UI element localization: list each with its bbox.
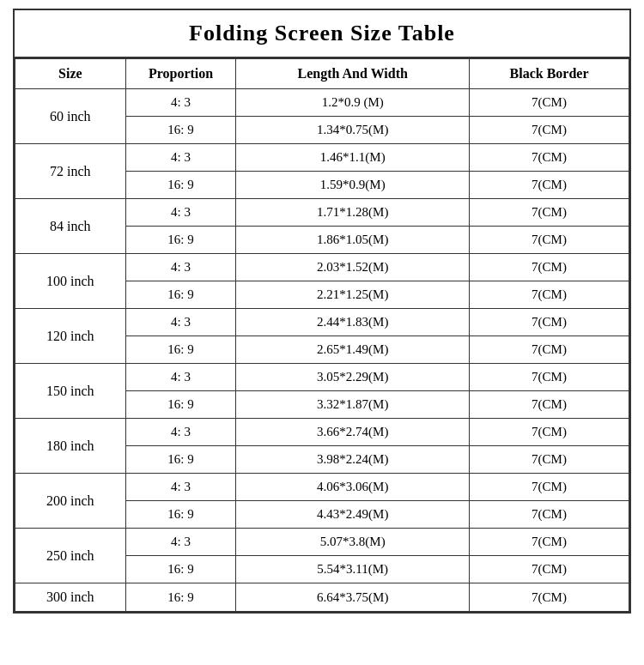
- proportion-cell: 4: 3: [125, 364, 236, 391]
- black-border-cell: 7(CM): [470, 529, 629, 556]
- table-title: Folding Screen Size Table: [15, 10, 629, 58]
- length-width-cell: 5.54*3.11(M): [236, 556, 470, 583]
- black-border-cell: 7(CM): [470, 227, 629, 254]
- proportion-cell: 16: 9: [125, 556, 236, 583]
- proportion-cell: 16: 9: [125, 281, 236, 309]
- black-border-cell: 7(CM): [470, 144, 629, 172]
- size-cell: 250 inch: [15, 529, 126, 583]
- table-row: 250 inch4: 35.07*3.8(M)7(CM): [15, 529, 629, 556]
- black-border-cell: 7(CM): [470, 501, 629, 529]
- length-width-cell: 4.43*2.49(M): [236, 501, 470, 529]
- black-border-cell: 7(CM): [470, 446, 629, 474]
- header-size: Size: [15, 59, 126, 89]
- black-border-cell: 7(CM): [470, 336, 629, 364]
- size-cell: 60 inch: [15, 89, 126, 144]
- header-length-width: Length And Width: [236, 59, 470, 89]
- table-row: 300 inch16: 96.64*3.75(M)7(CM): [15, 583, 629, 612]
- length-width-cell: 3.66*2.74(M): [236, 419, 470, 446]
- black-border-cell: 7(CM): [470, 172, 629, 199]
- proportion-cell: 4: 3: [125, 254, 236, 281]
- black-border-cell: 7(CM): [470, 89, 629, 117]
- table-row: 60 inch4: 31.2*0.9 (M)7(CM): [15, 89, 629, 117]
- black-border-cell: 7(CM): [470, 254, 629, 281]
- black-border-cell: 7(CM): [470, 199, 629, 227]
- length-width-cell: 2.65*1.49(M): [236, 336, 470, 364]
- proportion-cell: 16: 9: [125, 391, 236, 419]
- length-width-cell: 1.71*1.28(M): [236, 199, 470, 227]
- length-width-cell: 1.34*0.75(M): [236, 117, 470, 144]
- header-black-border: Black Border: [470, 59, 629, 89]
- black-border-cell: 7(CM): [470, 364, 629, 391]
- size-cell: 180 inch: [15, 419, 126, 474]
- header-proportion: Proportion: [125, 59, 236, 89]
- proportion-cell: 4: 3: [125, 89, 236, 117]
- length-width-cell: 2.44*1.83(M): [236, 309, 470, 336]
- table-row: 150 inch4: 33.05*2.29(M)7(CM): [15, 364, 629, 391]
- length-width-cell: 1.86*1.05(M): [236, 227, 470, 254]
- table-row: 84 inch4: 31.71*1.28(M)7(CM): [15, 199, 629, 227]
- proportion-cell: 16: 9: [125, 172, 236, 199]
- length-width-cell: 3.98*2.24(M): [236, 446, 470, 474]
- black-border-cell: 7(CM): [470, 583, 629, 612]
- proportion-cell: 4: 3: [125, 199, 236, 227]
- black-border-cell: 7(CM): [470, 556, 629, 583]
- proportion-cell: 4: 3: [125, 474, 236, 501]
- length-width-cell: 4.06*3.06(M): [236, 474, 470, 501]
- proportion-cell: 4: 3: [125, 144, 236, 172]
- proportion-cell: 16: 9: [125, 227, 236, 254]
- size-cell: 150 inch: [15, 364, 126, 419]
- black-border-cell: 7(CM): [470, 117, 629, 144]
- size-cell: 84 inch: [15, 199, 126, 254]
- black-border-cell: 7(CM): [470, 391, 629, 419]
- proportion-cell: 16: 9: [125, 117, 236, 144]
- table-body: 60 inch4: 31.2*0.9 (M)7(CM)16: 91.34*0.7…: [15, 89, 629, 612]
- length-width-cell: 1.2*0.9 (M): [236, 89, 470, 117]
- table-container: Folding Screen Size Table Size Proportio…: [13, 9, 631, 614]
- table-row: 180 inch4: 33.66*2.74(M)7(CM): [15, 419, 629, 446]
- table-row: 100 inch4: 32.03*1.52(M)7(CM): [15, 254, 629, 281]
- black-border-cell: 7(CM): [470, 474, 629, 501]
- table-row: 120 inch4: 32.44*1.83(M)7(CM): [15, 309, 629, 336]
- proportion-cell: 4: 3: [125, 419, 236, 446]
- length-width-cell: 3.32*1.87(M): [236, 391, 470, 419]
- length-width-cell: 1.59*0.9(M): [236, 172, 470, 199]
- size-cell: 72 inch: [15, 144, 126, 199]
- size-table: Size Proportion Length And Width Black B…: [15, 58, 629, 612]
- proportion-cell: 4: 3: [125, 309, 236, 336]
- black-border-cell: 7(CM): [470, 281, 629, 309]
- table-header-row: Size Proportion Length And Width Black B…: [15, 59, 629, 89]
- size-cell: 100 inch: [15, 254, 126, 309]
- length-width-cell: 3.05*2.29(M): [236, 364, 470, 391]
- page-wrapper: Folding Screen Size Table Size Proportio…: [0, 0, 644, 665]
- size-cell: 120 inch: [15, 309, 126, 364]
- length-width-cell: 6.64*3.75(M): [236, 583, 470, 612]
- length-width-cell: 5.07*3.8(M): [236, 529, 470, 556]
- proportion-cell: 16: 9: [125, 583, 236, 612]
- length-width-cell: 2.21*1.25(M): [236, 281, 470, 309]
- proportion-cell: 16: 9: [125, 501, 236, 529]
- length-width-cell: 1.46*1.1(M): [236, 144, 470, 172]
- length-width-cell: 2.03*1.52(M): [236, 254, 470, 281]
- size-cell: 300 inch: [15, 583, 126, 612]
- table-row: 200 inch4: 34.06*3.06(M)7(CM): [15, 474, 629, 501]
- proportion-cell: 16: 9: [125, 336, 236, 364]
- black-border-cell: 7(CM): [470, 419, 629, 446]
- table-row: 72 inch4: 31.46*1.1(M)7(CM): [15, 144, 629, 172]
- black-border-cell: 7(CM): [470, 309, 629, 336]
- proportion-cell: 4: 3: [125, 529, 236, 556]
- proportion-cell: 16: 9: [125, 446, 236, 474]
- size-cell: 200 inch: [15, 474, 126, 529]
